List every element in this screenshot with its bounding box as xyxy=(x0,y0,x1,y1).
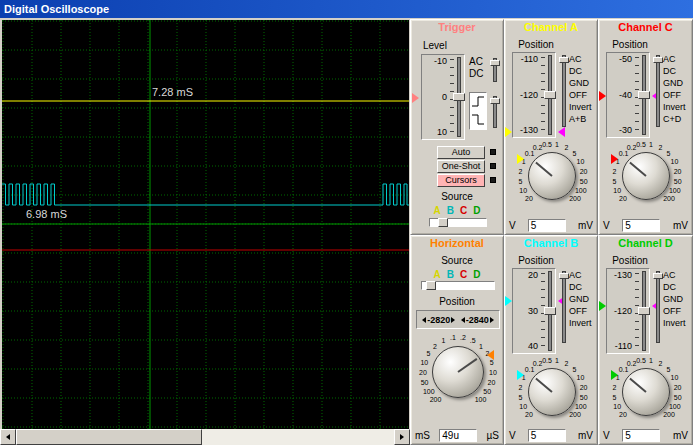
slider-thumb[interactable] xyxy=(544,91,556,99)
increment-arrow-icon[interactable] xyxy=(451,317,455,323)
channel-a-coupling-selector[interactable] xyxy=(562,55,566,127)
channel-c-knob-area: 20105210.10.20.5125102050100200 xyxy=(599,140,693,212)
channel-a-option-3[interactable]: OFF xyxy=(569,89,599,101)
knob-scale-label: 5 xyxy=(612,393,616,400)
knob-scale-label: 20 xyxy=(619,411,627,418)
selector-thumb[interactable] xyxy=(653,57,663,63)
slider-track[interactable] xyxy=(642,55,646,135)
trigger-cursors-button[interactable]: Cursors xyxy=(437,174,485,187)
horizontal-scrollbar[interactable] xyxy=(0,429,410,445)
scrollbar-thumb[interactable] xyxy=(16,429,202,445)
slider-track[interactable] xyxy=(548,55,552,135)
channel-d-option-4[interactable]: Invert xyxy=(663,317,693,329)
trigger-source-1[interactable]: B xyxy=(447,205,454,216)
channel-b-option-0[interactable]: AC xyxy=(569,269,599,281)
selector-thumb[interactable] xyxy=(490,60,500,66)
channel-d-vertical-scale-knob[interactable] xyxy=(622,368,670,416)
horizontal-timebase-knob[interactable] xyxy=(432,346,484,398)
channel-c-coupling-selector[interactable] xyxy=(656,55,660,127)
channel-c-option-5[interactable]: C+D xyxy=(663,113,693,125)
slider-track[interactable] xyxy=(457,57,461,137)
channel-a-reference-marker[interactable] xyxy=(558,127,565,137)
channel-c-option-3[interactable]: OFF xyxy=(663,89,693,101)
trigger-source-slider[interactable] xyxy=(429,218,487,227)
channel-a-vertical-scale-knob[interactable] xyxy=(528,152,576,200)
horizontal-source-slider[interactable] xyxy=(421,281,495,290)
horizontal-source-1[interactable]: B xyxy=(447,269,454,280)
slider-thumb[interactable] xyxy=(453,93,465,101)
channel-d-trace-marker[interactable] xyxy=(599,301,606,311)
trigger-edge-selector[interactable] xyxy=(493,96,497,128)
unit-left: V xyxy=(509,220,516,231)
trigger-coupling-dc[interactable]: DC xyxy=(469,68,483,79)
channel-d-coupling-selector[interactable] xyxy=(656,271,660,343)
channel-d-option-3[interactable]: OFF xyxy=(663,305,693,317)
selector-thumb[interactable] xyxy=(559,273,569,279)
channel-c-option-2[interactable]: GND xyxy=(663,77,693,89)
channel-a-option-2[interactable]: GND xyxy=(569,77,599,89)
channel-d-option-2[interactable]: GND xyxy=(663,293,693,305)
channel-c-position-slider[interactable]: -50 -40 -30 xyxy=(606,52,650,138)
channel-d-option-1[interactable]: DC xyxy=(663,281,693,293)
window-titlebar[interactable]: Digital Oscilloscope xyxy=(0,0,693,18)
slider-thumb[interactable] xyxy=(438,218,448,227)
trigger-auto-button[interactable]: Auto xyxy=(437,146,485,159)
trigger-source-3[interactable]: D xyxy=(473,205,480,216)
channel-b-option-3[interactable]: OFF xyxy=(569,305,599,317)
trigger-coupling-ac[interactable]: AC xyxy=(469,56,483,67)
decrement-arrow-icon[interactable] xyxy=(461,317,465,323)
slider-thumb[interactable] xyxy=(544,307,556,315)
oscilloscope-display[interactable]: 7.28 mS6.98 mS xyxy=(2,20,409,429)
selector-thumb[interactable] xyxy=(653,273,663,279)
channel-a-option-1[interactable]: DC xyxy=(569,65,599,77)
slider-track[interactable] xyxy=(548,271,552,351)
knob-scale-label: 1 xyxy=(555,141,559,148)
trigger-source-0[interactable]: A xyxy=(434,205,441,216)
horizontal-source-3[interactable]: D xyxy=(473,269,480,280)
trigger-coupling-selector[interactable] xyxy=(493,58,497,82)
knob-scale-label: 10 xyxy=(489,369,497,376)
scroll-left-button[interactable] xyxy=(0,429,16,445)
channel-c-option-4[interactable]: Invert xyxy=(663,101,693,113)
slider-thumb[interactable] xyxy=(638,307,650,315)
channel-b-position-slider[interactable]: 20 30 40 xyxy=(512,268,556,354)
channel-a-option-5[interactable]: A+B xyxy=(569,113,599,125)
channel-a-trace-marker[interactable] xyxy=(505,127,512,137)
channel-c-trace-marker[interactable] xyxy=(599,91,606,101)
channel-c-option-0[interactable]: AC xyxy=(663,53,693,65)
slider-track[interactable] xyxy=(642,271,646,351)
selector-thumb[interactable] xyxy=(559,57,569,63)
channel-b-vertical-scale-knob[interactable] xyxy=(528,368,576,416)
decrement-arrow-icon[interactable] xyxy=(422,317,426,323)
channel-b-trace-marker[interactable] xyxy=(505,296,512,306)
channel-d-option-0[interactable]: AC xyxy=(663,269,693,281)
channel-b-coupling-selector[interactable] xyxy=(562,271,566,343)
channel-b-option-1[interactable]: DC xyxy=(569,281,599,293)
channel-a-scale-value[interactable]: 5 xyxy=(528,219,566,232)
channel-a-knob-marker xyxy=(517,154,524,164)
trigger-level-slider[interactable]: -10 0 10 xyxy=(421,54,465,140)
channel-c-scale-value[interactable]: 5 xyxy=(622,219,660,232)
scale-label: -40 xyxy=(607,90,632,100)
slider-thumb[interactable] xyxy=(426,281,436,290)
channel-d-position-slider[interactable]: -130 -120 -110 xyxy=(606,268,650,354)
channel-c-vertical-scale-knob[interactable] xyxy=(622,152,670,200)
trigger-source-2[interactable]: C xyxy=(460,205,467,216)
horizontal-timebase-value[interactable]: 49u xyxy=(439,429,477,442)
channel-a-position-slider[interactable]: -110 -120 -130 xyxy=(512,52,556,138)
scroll-right-button[interactable] xyxy=(394,429,410,445)
increment-arrow-icon[interactable] xyxy=(490,317,494,323)
horizontal-source-2[interactable]: C xyxy=(460,269,467,280)
trigger-oneshot-button[interactable]: One-Shot xyxy=(437,160,485,173)
channel-b-option-2[interactable]: GND xyxy=(569,293,599,305)
channel-b-option-4[interactable]: Invert xyxy=(569,317,599,329)
horizontal-source-0[interactable]: A xyxy=(434,269,441,280)
channel-a-option-0[interactable]: AC xyxy=(569,53,599,65)
selector-thumb[interactable] xyxy=(490,98,500,104)
channel-d-scale-value[interactable]: 5 xyxy=(622,429,660,442)
channel-a-option-4[interactable]: Invert xyxy=(569,101,599,113)
channel-c-option-1[interactable]: DC xyxy=(663,65,693,77)
channel-b-scale-value[interactable]: 5 xyxy=(528,429,566,442)
trigger-level-marker[interactable] xyxy=(412,93,419,103)
slider-thumb[interactable] xyxy=(638,91,650,99)
